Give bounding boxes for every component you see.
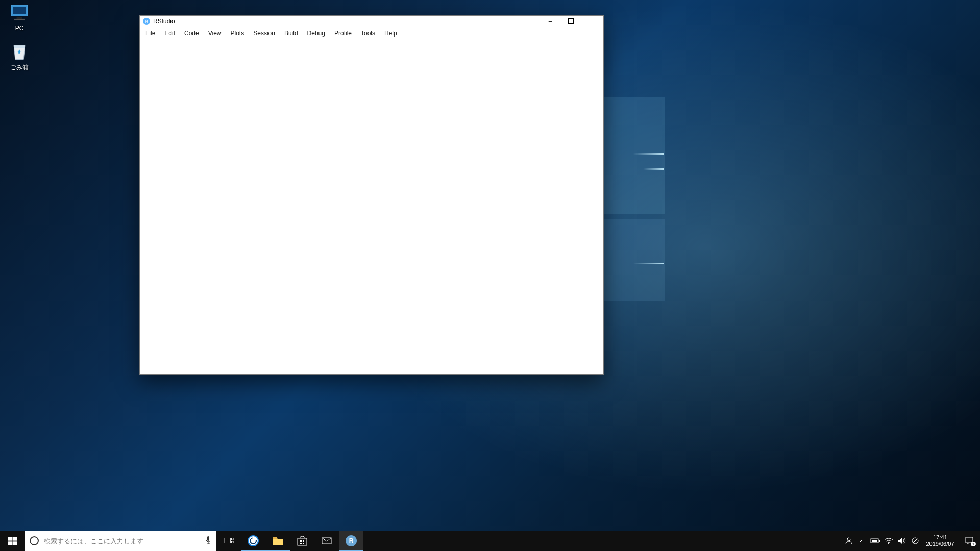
volume-icon [897,537,906,545]
menu-help[interactable]: Help [380,29,402,38]
svg-rect-8 [12,537,17,541]
menu-profile[interactable]: Profile [330,29,356,38]
chevron-up-icon [859,538,865,544]
tray-time: 17:41 [933,534,947,541]
system-tray: 17:41 2019/06/07 1 [842,531,980,551]
svg-line-30 [913,539,917,543]
windows-logo-icon [8,537,17,545]
menubar: File Edit Code View Plots Session Build … [140,27,603,39]
svg-rect-11 [207,536,209,541]
tray-status[interactable] [909,531,922,551]
svg-rect-22 [303,543,304,544]
taskbar-app-file-explorer[interactable] [265,531,290,551]
rstudio-icon: R [346,535,357,546]
svg-rect-10 [12,541,17,545]
svg-rect-20 [303,540,304,542]
battery-icon [870,538,880,544]
svg-rect-14 [224,538,231,543]
svg-rect-15 [231,538,233,540]
svg-point-28 [888,543,889,544]
people-icon [844,536,853,545]
taskbar-app-ms-store[interactable] [290,531,314,551]
rstudio-window: R RStudio – File Edit Code View Plots Se… [139,15,604,375]
file-explorer-icon [272,535,284,547]
cortana-icon [30,536,39,545]
tray-wifi[interactable] [882,531,895,551]
maximize-button[interactable] [560,16,581,27]
titlebar[interactable]: R RStudio – [140,16,603,27]
menu-code[interactable]: Code [180,29,204,38]
search-input[interactable] [44,537,205,545]
menu-session[interactable]: Session [249,29,280,38]
svg-rect-7 [8,537,12,540]
close-icon [589,18,594,24]
taskbar-app-rstudio[interactable]: R [339,531,363,551]
svg-rect-4 [568,19,573,24]
tray-chevron[interactable] [855,531,869,551]
svg-rect-19 [300,540,302,542]
ms-store-icon [296,535,308,547]
maximize-icon [568,18,574,24]
close-button[interactable] [581,16,601,27]
wifi-icon [884,537,893,544]
start-button[interactable] [0,531,24,551]
window-content [140,39,603,374]
tray-volume[interactable] [895,531,909,551]
notification-badge: 1 [971,542,976,546]
edge-icon [248,535,259,546]
tray-people[interactable] [842,531,855,551]
minimize-button[interactable]: – [540,16,560,27]
menu-tools[interactable]: Tools [356,29,380,38]
no-entry-icon [912,537,919,544]
tray-action-center[interactable]: 1 [959,531,980,551]
svg-rect-16 [231,541,233,543]
svg-rect-18 [298,538,307,545]
svg-rect-26 [879,540,880,542]
tray-battery[interactable] [869,531,882,551]
menu-plots[interactable]: Plots [226,29,249,38]
pc-icon [8,3,31,23]
menu-file[interactable]: File [141,29,160,38]
menu-build[interactable]: Build [280,29,303,38]
tray-clock[interactable]: 17:41 2019/06/07 [922,531,959,551]
desktop-icon-recycle-bin[interactable]: ごみ箱 [0,42,39,72]
rstudio-app-icon: R [143,18,150,25]
svg-rect-3 [14,19,25,20]
recycle-bin-icon [8,42,31,62]
svg-rect-9 [8,541,12,545]
menu-edit[interactable]: Edit [160,29,180,38]
tray-date: 2019/06/07 [926,541,954,547]
svg-rect-2 [17,17,22,19]
microphone-icon[interactable] [205,536,211,546]
desktop-icon-label: PC [0,24,39,32]
menu-debug[interactable]: Debug [303,29,330,38]
menu-view[interactable]: View [204,29,226,38]
svg-rect-17 [273,537,277,539]
search-box[interactable] [24,531,216,551]
svg-rect-27 [872,540,877,542]
taskbar-app-edge[interactable] [241,531,265,551]
taskbar-app-mail[interactable] [314,531,339,551]
task-view-button[interactable] [216,531,241,551]
window-title: RStudio [153,18,175,25]
svg-point-24 [847,538,850,541]
mail-icon [321,535,333,547]
taskbar: R 17:41 2019/06/07 1 [0,531,980,551]
svg-rect-21 [300,543,302,544]
desktop-icon-pc[interactable]: PC [0,3,39,32]
svg-rect-1 [13,7,26,14]
desktop-icon-label: ごみ箱 [0,63,39,72]
task-view-icon [224,536,234,546]
